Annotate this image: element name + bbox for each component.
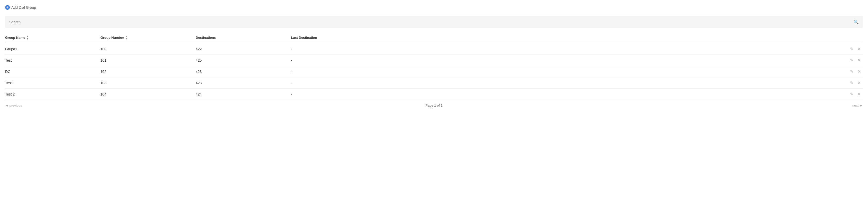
add-dial-group-button[interactable]: + Add Dial Group — [5, 4, 36, 11]
col-header-group-name: Group Name ▲▼ — [5, 35, 100, 40]
cell-destinations: 422 — [196, 47, 291, 51]
edit-button[interactable]: ✎ — [849, 80, 854, 86]
cell-group-name: Test — [5, 58, 100, 63]
cell-group-name: Grupa1 — [5, 47, 100, 51]
plus-icon: + — [5, 5, 10, 10]
pagination-page-info: Page 1 of 1 — [425, 104, 443, 107]
cell-last-destination: - — [291, 47, 386, 51]
edit-button[interactable]: ✎ — [849, 57, 854, 63]
cell-group-number: 100 — [100, 47, 196, 51]
pagination-next[interactable]: next ► — [852, 104, 863, 107]
delete-button[interactable]: ✕ — [857, 46, 862, 52]
table-row: Test1 103 423 - ✎ ✕ — [5, 77, 863, 89]
edit-button[interactable]: ✎ — [849, 46, 854, 52]
search-input[interactable] — [9, 20, 854, 24]
pagination: ◄ previous Page 1 of 1 next ► — [5, 100, 863, 111]
cell-last-destination: - — [291, 70, 386, 74]
delete-button[interactable]: ✕ — [857, 80, 862, 86]
cell-last-destination: - — [291, 92, 386, 96]
pagination-prev[interactable]: ◄ previous — [5, 104, 22, 107]
cell-group-name: DG — [5, 70, 100, 74]
table-body: Grupa1 100 422 - ✎ ✕ Test 101 425 - ✎ ✕ … — [5, 43, 863, 100]
cell-actions: ✎ ✕ — [386, 57, 863, 63]
search-icon: 🔍 — [854, 19, 859, 25]
table-row: Test 2 104 424 - ✎ ✕ — [5, 89, 863, 100]
table-row: Grupa1 100 422 - ✎ ✕ — [5, 43, 863, 55]
cell-group-name: Test 2 — [5, 92, 100, 96]
table-row: Test 101 425 - ✎ ✕ — [5, 55, 863, 66]
cell-group-name: Test1 — [5, 81, 100, 85]
cell-actions: ✎ ✕ — [386, 46, 863, 52]
cell-group-number: 104 — [100, 92, 196, 96]
cell-actions: ✎ ✕ — [386, 69, 863, 75]
edit-button[interactable]: ✎ — [849, 69, 854, 75]
delete-button[interactable]: ✕ — [857, 57, 862, 63]
cell-destinations: 425 — [196, 58, 291, 63]
sort-icon-group-name[interactable]: ▲▼ — [26, 35, 29, 40]
cell-group-number: 102 — [100, 70, 196, 74]
cell-group-number: 103 — [100, 81, 196, 85]
col-header-last-destination: Last Destination — [291, 35, 386, 40]
cell-actions: ✎ ✕ — [386, 80, 863, 86]
col-header-actions — [386, 35, 863, 40]
cell-last-destination: - — [291, 58, 386, 63]
cell-group-number: 101 — [100, 58, 196, 63]
edit-button[interactable]: ✎ — [849, 91, 854, 97]
table-header: Group Name ▲▼ Group Number ▲▼ Destinatio… — [5, 33, 863, 42]
cell-last-destination: - — [291, 81, 386, 85]
delete-button[interactable]: ✕ — [857, 69, 862, 75]
delete-button[interactable]: ✕ — [857, 91, 862, 97]
cell-destinations: 424 — [196, 92, 291, 96]
col-header-group-number: Group Number ▲▼ — [100, 35, 196, 40]
search-bar: 🔍 — [5, 16, 863, 28]
cell-destinations: 423 — [196, 81, 291, 85]
sort-icon-group-number[interactable]: ▲▼ — [125, 35, 127, 40]
dial-groups-table: Group Name ▲▼ Group Number ▲▼ Destinatio… — [5, 33, 863, 100]
cell-actions: ✎ ✕ — [386, 91, 863, 97]
col-header-destinations: Destinations — [196, 35, 291, 40]
cell-destinations: 423 — [196, 70, 291, 74]
add-button-label: Add Dial Group — [11, 5, 36, 9]
table-row: DG 102 423 - ✎ ✕ — [5, 66, 863, 77]
